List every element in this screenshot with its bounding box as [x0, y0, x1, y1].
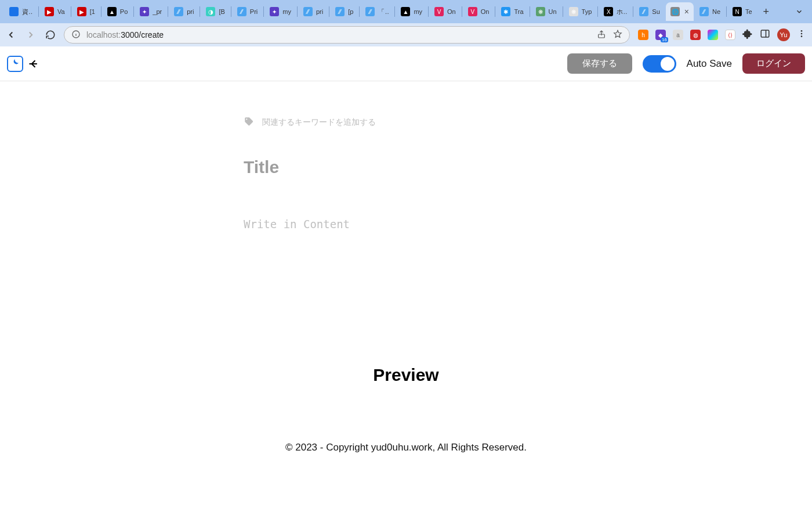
browser-tab[interactable]: ❋Typ [564, 2, 597, 21]
tab-title: pri [316, 8, 323, 15]
footer-copyright: © 2023 - Copyright yud0uhu.work, All Rig… [285, 442, 527, 453]
tab-favicon: ❋ [536, 7, 545, 16]
ext-icon-6[interactable]: ⟨⟩ [725, 30, 735, 40]
browser-tab[interactable]: ▲my [396, 2, 427, 21]
tab-title: my [282, 8, 291, 15]
tab-separator [133, 6, 134, 17]
tab-favicon: X [604, 7, 613, 16]
tab-separator [597, 6, 598, 17]
tab-favicon: 🌐 [670, 7, 680, 16]
title-input[interactable] [244, 157, 568, 177]
browser-tab[interactable]: ⁄⁄Ne [695, 2, 725, 21]
tab-favicon: V [468, 7, 477, 16]
autosave-toggle[interactable] [643, 55, 676, 73]
tab-list-dropdown[interactable] [791, 8, 807, 16]
tab-separator [329, 6, 329, 17]
tag-input-placeholder: 関連するキーワードを追加する [262, 117, 376, 128]
ext-icon-1[interactable]: h [638, 30, 648, 40]
ext-icon-4[interactable]: ◍ [690, 30, 701, 40]
extensions-area: h ◆16 a ◍ ⟨⟩ Yu [638, 28, 806, 41]
tab-separator [38, 6, 39, 17]
svg-point-3 [801, 30, 803, 32]
site-info-icon[interactable] [71, 30, 81, 41]
browser-tab[interactable]: ▶Va [40, 2, 70, 21]
browser-reload-icon[interactable] [45, 30, 56, 40]
tab-title: Pri [250, 8, 258, 15]
tab-separator [168, 6, 168, 17]
bookmark-star-icon[interactable] [613, 30, 622, 41]
browser-tab[interactable]: ⁄⁄pri [299, 2, 328, 21]
extensions-puzzle-icon[interactable] [742, 28, 753, 41]
tab-separator [495, 6, 495, 17]
tab-title: Te [745, 8, 752, 15]
app-back-button[interactable] [28, 58, 39, 70]
sidepanel-icon[interactable] [760, 28, 770, 41]
ext-icon-3[interactable]: a [673, 30, 683, 40]
save-button[interactable]: 保存する [567, 53, 632, 74]
browser-tab[interactable]: 資料 [5, 2, 37, 21]
tab-favicon: ✱ [501, 7, 510, 16]
theme-toggle-button[interactable] [7, 56, 23, 72]
tab-separator [71, 6, 71, 17]
browser-tab[interactable]: ✱Tra [496, 2, 528, 21]
browser-tab[interactable]: VOn [430, 2, 461, 21]
browser-tab[interactable]: ▲Po [103, 2, 132, 21]
tab-favicon: ◑ [206, 7, 215, 16]
tab-favicon: ⁄⁄ [237, 7, 246, 16]
tab-title: Typ [582, 8, 592, 15]
ext-icon-2[interactable]: ◆16 [655, 30, 666, 40]
tab-favicon: ▲ [401, 7, 410, 16]
browser-tab[interactable]: ◑[B [201, 2, 229, 21]
browser-tab[interactable]: 🌐× [666, 2, 694, 21]
profile-avatar[interactable]: Yu [777, 28, 790, 41]
autosave-label: Auto Save [687, 58, 732, 70]
browser-back-icon[interactable] [6, 30, 16, 40]
tab-title: On [481, 8, 490, 15]
tab-separator [563, 6, 563, 17]
browser-tab[interactable]: VOn [463, 2, 494, 21]
share-icon[interactable] [597, 30, 606, 41]
tab-favicon: ⁄⁄ [365, 7, 375, 16]
browser-tab[interactable]: ⁄⁄Su [635, 2, 664, 21]
tab-title: Va [57, 8, 65, 15]
browser-tab[interactable]: ⁄⁄pri [169, 2, 198, 21]
browser-tab[interactable]: ⁄⁄「耳 [361, 2, 393, 21]
svg-rect-2 [761, 30, 769, 37]
tab-title: 「耳 [378, 8, 389, 16]
browser-tab[interactable]: ⁄⁄Pri [233, 2, 262, 21]
tab-favicon: ⁄⁄ [174, 7, 183, 16]
login-button[interactable]: ログイン [742, 53, 805, 74]
ext-icon-5[interactable] [708, 30, 718, 40]
tab-favicon: ⁄⁄ [639, 7, 648, 16]
tab-title: _pr [153, 8, 162, 15]
browser-tab[interactable]: ✦_pr [135, 2, 166, 21]
toggle-knob [661, 57, 675, 71]
tab-separator [428, 6, 429, 17]
tab-separator [394, 6, 395, 17]
app-header: 保存する Auto Save ログイン [0, 46, 812, 81]
browser-tab[interactable]: ❋Un [531, 2, 561, 21]
browser-tab[interactable]: ⁄⁄[p [331, 2, 358, 21]
browser-tab[interactable]: ✦my [265, 2, 296, 21]
tab-favicon: V [434, 7, 444, 16]
tab-title: Un [549, 8, 557, 15]
browser-forward-icon [26, 30, 36, 40]
url-bar[interactable]: localhost:3000/create [64, 26, 630, 44]
browser-tab[interactable]: Xホー [599, 2, 632, 21]
tab-separator [263, 6, 264, 17]
tab-separator [530, 6, 530, 17]
tab-favicon: ✦ [140, 7, 149, 16]
browser-tab[interactable]: ▶[1 [72, 2, 100, 21]
browser-tab[interactable]: NTe [728, 2, 757, 21]
tab-favicon: ▶ [45, 7, 54, 16]
tab-close-icon[interactable]: × [684, 7, 689, 16]
preview-heading: Preview [373, 365, 438, 385]
new-tab-button[interactable]: + [758, 6, 774, 18]
tab-title: pri [187, 8, 194, 15]
chrome-menu-icon[interactable] [797, 29, 806, 41]
content-textarea[interactable] [244, 218, 568, 322]
tab-separator [231, 6, 231, 17]
svg-point-5 [801, 35, 803, 37]
tab-favicon: ⁄⁄ [303, 7, 313, 16]
tag-input-row[interactable]: 関連するキーワードを追加する [244, 116, 568, 128]
